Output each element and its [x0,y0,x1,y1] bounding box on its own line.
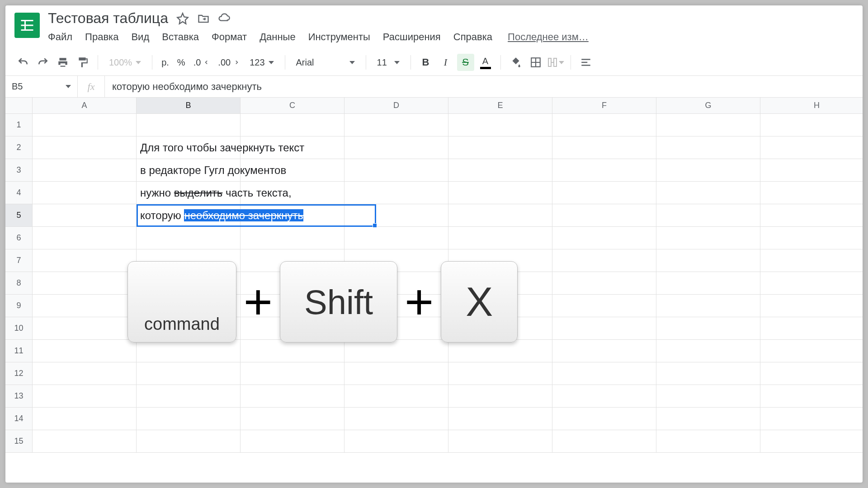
cell-H7[interactable] [760,249,863,272]
cell-F6[interactable] [552,227,656,249]
cell-D12[interactable] [344,362,448,385]
row-header-11[interactable]: 11 [5,340,33,362]
cell-G2[interactable] [656,136,760,159]
cell-B5[interactable]: которую необходимо зачеркнуть [137,204,241,227]
cell-A4[interactable] [33,182,137,204]
cell-H4[interactable] [760,182,863,204]
row-header-7[interactable]: 7 [5,249,33,272]
cell-E15[interactable] [448,430,552,453]
cell-H11[interactable] [760,340,863,362]
currency-button[interactable]: р. [159,57,172,68]
cell-D15[interactable] [344,430,448,453]
cell-G7[interactable] [656,249,760,272]
cell-D4[interactable] [344,182,448,204]
row-header-2[interactable]: 2 [5,136,33,159]
borders-button[interactable] [527,54,544,71]
cell-E13[interactable] [448,385,552,408]
cell-B14[interactable] [137,408,241,430]
cell-A11[interactable] [33,340,137,362]
cell-H9[interactable] [760,295,863,317]
row-header-6[interactable]: 6 [5,227,33,249]
cell-E6[interactable] [448,227,552,249]
cell-H12[interactable] [760,362,863,385]
cell-A7[interactable] [33,249,137,272]
col-header-C[interactable]: C [241,98,344,114]
cell-F10[interactable] [552,317,656,340]
cell-D14[interactable] [344,408,448,430]
cell-D5[interactable] [344,204,448,227]
cell-H13[interactable] [760,385,863,408]
row-header-9[interactable]: 9 [5,295,33,317]
cell-B3[interactable]: в редакторе Гугл документов [137,159,241,182]
cell-D11[interactable] [344,340,448,362]
cell-E1[interactable] [448,114,552,136]
col-header-E[interactable]: E [448,98,552,114]
cell-B2[interactable]: Для того чтобы зачеркнуть текст [137,136,241,159]
cell-F15[interactable] [552,430,656,453]
cell-G3[interactable] [656,159,760,182]
menu-help[interactable]: Справка [453,31,492,43]
cell-B6[interactable] [137,227,241,249]
cell-B11[interactable] [137,340,241,362]
cell-A10[interactable] [33,317,137,340]
last-edit-link[interactable]: Последнее изм… [508,31,589,43]
star-icon[interactable] [176,12,189,25]
menu-file[interactable]: Файл [48,31,72,43]
merge-cells-button[interactable] [547,54,564,71]
cell-H1[interactable] [760,114,863,136]
row-header-12[interactable]: 12 [5,362,33,385]
cell-H15[interactable] [760,430,863,453]
strikethrough-button[interactable]: S [457,54,474,71]
cell-F5[interactable] [552,204,656,227]
cell-A3[interactable] [33,159,137,182]
cell-F12[interactable] [552,362,656,385]
cell-E14[interactable] [448,408,552,430]
print-button[interactable] [54,54,71,71]
cell-B1[interactable] [137,114,241,136]
col-header-G[interactable]: G [656,98,760,114]
cell-D6[interactable] [344,227,448,249]
cell-F7[interactable] [552,249,656,272]
cell-C11[interactable] [241,340,344,362]
cell-G13[interactable] [656,385,760,408]
cell-G15[interactable] [656,430,760,453]
cell-E2[interactable] [448,136,552,159]
menu-view[interactable]: Вид [131,31,149,43]
zoom-dropdown[interactable]: 100% [104,57,146,68]
cell-G6[interactable] [656,227,760,249]
increase-decimal-button[interactable]: .00 [215,57,242,68]
cell-H14[interactable] [760,408,863,430]
cell-A12[interactable] [33,362,137,385]
row-header-8[interactable]: 8 [5,272,33,295]
cell-A15[interactable] [33,430,137,453]
cell-E11[interactable] [448,340,552,362]
menu-tools[interactable]: Инструменты [308,31,370,43]
cell-C13[interactable] [241,385,344,408]
cell-A14[interactable] [33,408,137,430]
cell-F8[interactable] [552,272,656,295]
menu-edit[interactable]: Правка [85,31,118,43]
bold-button[interactable]: B [417,54,434,71]
cell-D13[interactable] [344,385,448,408]
cell-G11[interactable] [656,340,760,362]
cell-E3[interactable] [448,159,552,182]
document-title[interactable]: Тестовая таблица [48,10,168,27]
cell-B15[interactable] [137,430,241,453]
row-header-10[interactable]: 10 [5,317,33,340]
cell-F14[interactable] [552,408,656,430]
cell-F3[interactable] [552,159,656,182]
cell-A6[interactable] [33,227,137,249]
cell-H2[interactable] [760,136,863,159]
col-header-D[interactable]: D [344,98,448,114]
cell-D2[interactable] [344,136,448,159]
cell-C12[interactable] [241,362,344,385]
col-header-F[interactable]: F [552,98,656,114]
paint-format-button[interactable] [74,54,91,71]
cell-H3[interactable] [760,159,863,182]
cell-C1[interactable] [241,114,344,136]
formula-input[interactable]: которую необходимо зачеркнуть [105,81,863,93]
cell-B13[interactable] [137,385,241,408]
cell-F1[interactable] [552,114,656,136]
cloud-status-icon[interactable] [218,12,231,25]
percent-button[interactable]: % [175,57,188,68]
